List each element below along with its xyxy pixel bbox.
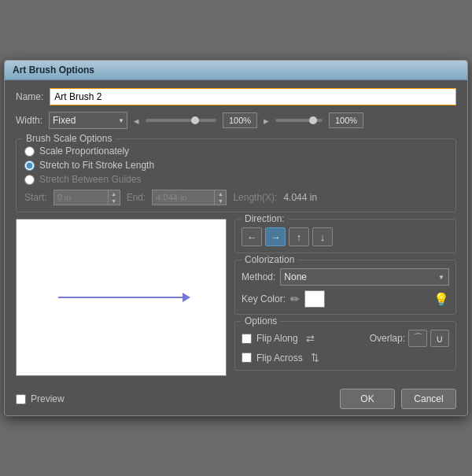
width-row: Width: Fixed Pressure Stylus Wheel Rando… [16, 112, 456, 129]
flip-along-row: Flip Along ⇄ Overlap: ⌒ ∪ [242, 330, 449, 347]
flip-across-icon: ⇅ [311, 352, 319, 363]
length-label: Length(X): [233, 192, 277, 203]
ok-button[interactable]: OK [340, 389, 395, 409]
direction-down-button[interactable]: ↓ [312, 227, 333, 246]
flip-along-icon: ⇄ [306, 333, 315, 345]
direction-right-button[interactable]: → [265, 227, 286, 246]
start-input[interactable] [53, 190, 109, 205]
start-end-row: Start: ▲ ▼ End: ▲ ▼ Length(X): [24, 190, 448, 205]
bottom-row: Preview OK Cancel [5, 384, 467, 415]
end-spinner[interactable]: ▲ ▼ [215, 190, 227, 205]
slider-left-icon: ◂ [134, 115, 139, 127]
end-input[interactable] [152, 190, 215, 205]
flip-across-label: Flip Across [256, 352, 303, 363]
options-section: Options Flip Along ⇄ Overlap: ⌒ ∪ [234, 321, 456, 371]
direction-section: Direction: ← → ↑ ↓ [234, 219, 456, 253]
radio-stretch-guides-row: Stretch Between Guides [24, 174, 448, 185]
brush-preview-arrow [58, 297, 184, 298]
colorization-section: Colorization Method: None Tints Tints an… [234, 260, 456, 315]
width-label: Width: [16, 115, 42, 126]
preview-label: Preview [31, 393, 65, 404]
main-area: Direction: ← → ↑ ↓ Colorization Method: [16, 219, 456, 376]
start-input-wrapper: ▲ ▼ [53, 190, 120, 205]
width-select[interactable]: Fixed Pressure Stylus Wheel Random [49, 112, 127, 129]
art-brush-options-dialog: Art Brush Options Name: Width: Fixed Pre… [4, 60, 468, 416]
preview-check-row: Preview [16, 393, 65, 404]
width-slider-right[interactable] [275, 119, 323, 122]
radio-stretch-fit-label: Stretch to Fit Stroke Length [39, 160, 154, 171]
width-select-wrapper: Fixed Pressure Stylus Wheel Random [49, 112, 127, 129]
preview-canvas [16, 219, 227, 376]
direction-buttons: ← → ↑ ↓ [242, 227, 449, 246]
end-spin-down[interactable]: ▼ [215, 197, 226, 205]
overlap-btn-convex[interactable]: ∪ [430, 330, 449, 347]
flip-across-row: Flip Across ⇅ [242, 352, 449, 363]
info-icon[interactable]: 💡 [433, 292, 449, 307]
brush-scale-title: Brush Scale Options [23, 133, 115, 144]
start-spinner[interactable]: ▲ ▼ [109, 190, 120, 205]
method-row: Method: None Tints Tints and Shades Hue … [242, 268, 449, 286]
cancel-button[interactable]: Cancel [401, 389, 456, 409]
brush-scale-group: Brush Scale Options Scale Proportionatel… [16, 138, 456, 212]
flip-along-checkbox[interactable] [242, 334, 252, 344]
key-color-swatch[interactable] [304, 290, 325, 308]
radio-stretch-guides-label: Stretch Between Guides [39, 174, 141, 185]
direction-title: Direction: [242, 213, 288, 224]
overlap-btn-concave[interactable]: ⌒ [408, 330, 427, 347]
width-slider-left[interactable] [146, 119, 216, 122]
end-input-wrapper: ▲ ▼ [152, 190, 227, 205]
direction-up-button[interactable]: ↑ [289, 227, 309, 246]
dialog-content: Name: Width: Fixed Pressure Stylus Wheel… [5, 80, 467, 384]
eyedropper-icon[interactable]: ✏ [290, 293, 300, 305]
overlap-label: Overlap: [370, 333, 405, 344]
radio-scale-proportionately-label: Scale Proportionately [39, 146, 129, 157]
end-spin-up[interactable]: ▲ [215, 190, 226, 197]
name-row: Name: [16, 88, 456, 105]
action-buttons: OK Cancel [340, 389, 456, 409]
method-label: Method: [242, 271, 275, 282]
radio-stretch-guides[interactable] [24, 175, 35, 185]
radio-stretch-fit-row: Stretch to Fit Stroke Length [24, 160, 448, 171]
keycolor-row: Key Color: ✏ 💡 [242, 290, 449, 308]
colorization-title: Colorization [242, 254, 297, 265]
length-value: 4.044 in [283, 192, 317, 203]
start-label: Start: [24, 192, 47, 203]
name-label: Name: [16, 91, 43, 102]
radio-scale-proportionately-row: Scale Proportionately [24, 146, 448, 157]
radio-scale-proportionately[interactable] [24, 146, 35, 157]
title-bar: Art Brush Options [5, 61, 467, 80]
dialog-title: Art Brush Options [13, 65, 94, 76]
key-color-label: Key Color: [242, 293, 286, 304]
method-select[interactable]: None Tints Tints and Shades Hue Shift [280, 268, 449, 286]
options-grid: Flip Along ⇄ Overlap: ⌒ ∪ Flip Across [242, 330, 449, 363]
method-select-wrapper: None Tints Tints and Shades Hue Shift [280, 268, 449, 286]
flip-along-label: Flip Along [256, 333, 298, 344]
flip-across-checkbox[interactable] [242, 352, 252, 363]
direction-left-button[interactable]: ← [242, 227, 262, 246]
options-title: Options [242, 315, 280, 327]
overlap-section: Overlap: ⌒ ∪ [370, 330, 449, 347]
start-spin-down[interactable]: ▼ [109, 197, 120, 205]
name-input[interactable] [50, 88, 456, 105]
right-panel: Direction: ← → ↑ ↓ Colorization Method: [234, 219, 456, 376]
radio-stretch-fit[interactable] [24, 161, 35, 171]
start-spin-up[interactable]: ▲ [109, 190, 120, 197]
preview-checkbox[interactable] [16, 394, 26, 404]
slider-right-icon: ▸ [264, 115, 269, 127]
end-label: End: [127, 192, 146, 203]
max-percent-input[interactable] [329, 113, 363, 128]
min-percent-input[interactable] [223, 113, 257, 128]
